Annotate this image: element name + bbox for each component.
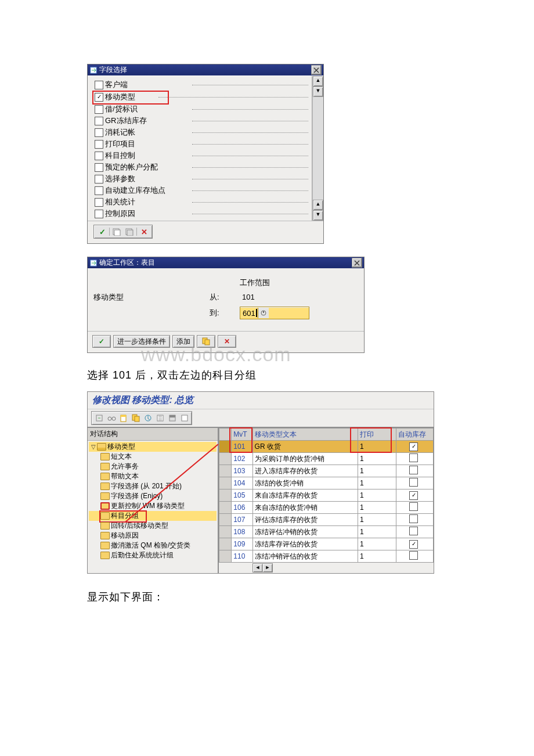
cell-print[interactable]: 1: [358, 453, 396, 465]
row-selector[interactable]: [219, 538, 232, 550]
close-icon[interactable]: [311, 65, 322, 75]
table-row[interactable]: 110冻结冲销评估的收货1: [219, 550, 434, 563]
field-item[interactable]: 借/贷标识: [89, 103, 311, 115]
scroll-up-icon[interactable]: ▲: [313, 76, 323, 87]
row-selector[interactable]: [219, 477, 232, 489]
table-row[interactable]: 105来自冻结库存的收货1: [219, 489, 434, 502]
to-input[interactable]: 601: [240, 307, 309, 319]
field-item[interactable]: 移动类型: [89, 91, 311, 103]
table-row[interactable]: 107评估冻结库存的收货1: [219, 514, 434, 526]
tree-node[interactable]: ▽移动类型: [89, 442, 217, 452]
field-item[interactable]: 客户端: [89, 79, 311, 91]
tree-node[interactable]: 科目分组: [89, 511, 217, 521]
cell-print[interactable]: 1: [358, 465, 396, 477]
cell-auto[interactable]: [396, 441, 433, 453]
tree-node[interactable]: 撤消激活 QM 检验/交货类: [89, 541, 217, 550]
toolbar-select-all-icon[interactable]: [154, 413, 166, 423]
cell-print[interactable]: 1: [358, 514, 396, 526]
table-row[interactable]: 108冻结评估冲销的收货1: [219, 526, 434, 538]
row-selector[interactable]: [219, 550, 232, 563]
checkbox[interactable]: [95, 152, 103, 160]
col-auto[interactable]: 自动库存: [396, 429, 433, 441]
cell-print[interactable]: 1: [358, 489, 396, 502]
field-item[interactable]: 科目控制: [89, 150, 311, 161]
field-item[interactable]: 选择参数: [89, 173, 311, 185]
tree-node[interactable]: 移动原因: [89, 531, 217, 541]
field-item[interactable]: 自动建立库存地点: [89, 185, 311, 196]
row-selector[interactable]: [219, 514, 232, 526]
expand-icon[interactable]: ▽: [90, 444, 97, 450]
deselect-all-icon[interactable]: [123, 226, 136, 237]
tree-node[interactable]: 字段选择 (从 201 开始): [89, 481, 217, 491]
table-row[interactable]: 101GR 收货1: [219, 441, 434, 453]
f4-help-icon[interactable]: [258, 308, 269, 318]
checkbox[interactable]: [409, 527, 418, 535]
cell-auto[interactable]: [396, 538, 433, 550]
select-all-icon[interactable]: [110, 226, 123, 237]
checkbox[interactable]: [95, 163, 103, 172]
checkbox[interactable]: [95, 198, 103, 207]
tree-node[interactable]: 短文本: [89, 452, 217, 462]
tree-node[interactable]: 回转/后续移动类型: [89, 521, 217, 531]
cell-auto[interactable]: [396, 477, 433, 489]
field-item[interactable]: 控制原因: [89, 208, 311, 219]
cell-print[interactable]: 1: [358, 477, 396, 489]
append-button[interactable]: 添加: [172, 335, 194, 348]
table-row[interactable]: 103进入冻结库存的收货1: [219, 465, 434, 477]
checkbox[interactable]: [95, 186, 103, 195]
col-text[interactable]: 移动类型文本: [252, 429, 358, 441]
checkbox[interactable]: [409, 551, 418, 560]
row-selector[interactable]: [219, 465, 232, 477]
cell-auto[interactable]: [396, 489, 433, 502]
field-item[interactable]: 相关统计: [89, 196, 311, 208]
table-row[interactable]: 102为采购订单的收货冲销1: [219, 453, 434, 465]
col-select[interactable]: [219, 429, 232, 441]
toolbar-select-block-icon[interactable]: [166, 413, 178, 423]
copy-icon[interactable]: [197, 335, 215, 348]
cell-print[interactable]: 1: [358, 441, 396, 453]
cell-auto[interactable]: [396, 453, 433, 465]
tree-node[interactable]: 更新控制/ WM 移动类型: [89, 501, 217, 511]
table-row[interactable]: 106来自冻结的收货冲销1: [219, 502, 434, 514]
toolbar-other-entry-icon[interactable]: [93, 413, 105, 423]
scroll-down-icon[interactable]: ▼: [313, 87, 323, 97]
row-selector[interactable]: [219, 441, 232, 453]
tree-node[interactable]: 帮助文本: [89, 471, 217, 481]
checkbox[interactable]: [409, 491, 418, 500]
checkbox[interactable]: [95, 210, 103, 218]
table-row[interactable]: 104冻结的收货冲销1: [219, 477, 434, 489]
field-item[interactable]: GR冻结库存: [89, 115, 311, 127]
checkbox[interactable]: [409, 442, 418, 451]
scroll-left-icon[interactable]: ◄: [253, 564, 263, 572]
checkbox[interactable]: [409, 540, 418, 549]
confirm-icon[interactable]: ✓: [96, 226, 109, 237]
checkbox[interactable]: [409, 478, 418, 487]
table-row[interactable]: 109冻结库存评估的收货1: [219, 538, 434, 550]
tree-node[interactable]: 后勤住处系统统计组: [89, 550, 217, 560]
cell-print[interactable]: 1: [358, 502, 396, 514]
cell-print[interactable]: 1: [358, 526, 396, 538]
checkbox[interactable]: [95, 81, 103, 89]
tree-node[interactable]: 允许事务: [89, 462, 217, 471]
row-selector[interactable]: [219, 489, 232, 502]
tree-node[interactable]: 字段选择 (Enjoy): [89, 491, 217, 501]
toolbar-glasses-icon[interactable]: [105, 413, 117, 423]
scroll-up-icon[interactable]: ▲: [313, 200, 323, 210]
close-icon[interactable]: [352, 258, 362, 268]
further-selection-button[interactable]: 进一步选择条件: [113, 335, 170, 348]
field-item[interactable]: 消耗记帐: [89, 127, 311, 138]
cell-auto[interactable]: [396, 502, 433, 514]
cancel-icon[interactable]: ✕: [218, 335, 236, 348]
checkbox[interactable]: [409, 514, 418, 523]
checkbox[interactable]: [95, 93, 103, 102]
toolbar-deselect-all-icon[interactable]: [178, 413, 190, 423]
cell-auto[interactable]: [396, 465, 433, 477]
confirm-icon[interactable]: ✓: [92, 335, 111, 348]
col-print[interactable]: 打印: [358, 429, 396, 441]
row-selector[interactable]: [219, 526, 232, 538]
row-selector[interactable]: [219, 502, 232, 514]
toolbar-copy-icon[interactable]: [129, 413, 142, 423]
toolbar-delimit-icon[interactable]: [142, 413, 154, 423]
cell-print[interactable]: 1: [358, 550, 396, 563]
checkbox[interactable]: [409, 466, 418, 474]
